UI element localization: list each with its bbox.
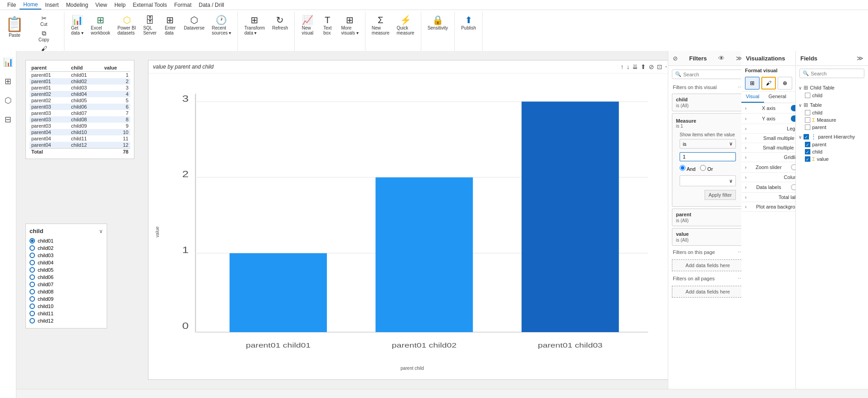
dataverse-icon: ⬡ xyxy=(190,15,198,25)
filters-header: ⊘ Filters 👁 ≫ xyxy=(668,51,747,66)
filter-chart-icon[interactable]: ⊘ xyxy=(649,63,654,67)
transform-label: Transformdata ▾ xyxy=(244,25,265,35)
sql-server-button[interactable]: 🗄 SQLServer xyxy=(140,14,159,37)
viz-title: Visualizations xyxy=(746,55,785,62)
sensitivity-label: Sensitivity xyxy=(428,25,448,30)
new-measure-button[interactable]: Σ Newmeasure xyxy=(369,14,392,37)
copy-label: Copy xyxy=(39,37,49,42)
menu-data-drill[interactable]: Data / Drill xyxy=(195,1,228,9)
menu-view[interactable]: View xyxy=(92,1,111,9)
new-visual-button[interactable]: 📈 Newvisual xyxy=(298,14,316,37)
chart-header: value by parent and child ↑ ↓ ⇊ ⬆ ⊘ ⊡ ⋯ xyxy=(148,60,676,67)
chart-actions: ↑ ↓ ⇊ ⬆ ⊘ ⊡ ⋯ xyxy=(621,63,671,67)
more-visuals-button[interactable]: ⊞ Morevisuals ▾ xyxy=(338,14,361,37)
drill-down-icon[interactable]: ↓ xyxy=(626,63,630,67)
refresh-icon: ↻ xyxy=(276,15,284,25)
filters-visibility-icon[interactable]: 👁 xyxy=(718,55,725,62)
refresh-label: Refresh xyxy=(272,25,288,30)
more-visuals-icon: ⊞ xyxy=(346,15,354,25)
sql-label: SQLServer xyxy=(143,25,156,35)
main-area: parent child value parent01child011paren… xyxy=(16,51,686,67)
fields-panel: Fields ≫ 🔍 ∨ ⊞ Child Table child xyxy=(795,51,868,67)
table-visual[interactable]: parent child value parent01child011paren… xyxy=(25,60,134,67)
col-value: value xyxy=(102,64,130,67)
report-view-icon[interactable]: 📊 xyxy=(0,55,16,67)
recent-sources-button[interactable]: 🕐 Recentsources ▾ xyxy=(209,14,234,37)
transform-icon: ⊞ xyxy=(251,15,258,25)
power-bi-icon: ⬡ xyxy=(123,15,131,25)
col-child: child xyxy=(69,64,103,67)
recent-sources-label: Recentsources ▾ xyxy=(212,25,231,35)
next-level-icon[interactable]: ⇊ xyxy=(632,63,638,67)
filters-title: Filters xyxy=(689,55,707,62)
col-parent: parent xyxy=(30,64,69,67)
get-data-icon: 📊 xyxy=(72,15,83,25)
enter-data-button[interactable]: ⊞ Enterdata xyxy=(161,14,179,37)
sensitivity-button[interactable]: 🔒 Sensitivity xyxy=(425,14,451,32)
cut-label: Cut xyxy=(40,22,48,27)
refresh-button[interactable]: ↻ Refresh xyxy=(269,14,291,32)
canvas: parent child value parent01child011paren… xyxy=(16,51,686,67)
quick-measure-icon: ⚡ xyxy=(400,15,411,25)
fields-header: Fields ≫ xyxy=(796,51,868,66)
drill-up-icon[interactable]: ↑ xyxy=(621,63,624,67)
dataverse-button[interactable]: ⬡ Dataverse xyxy=(181,14,207,32)
quick-measure-button[interactable]: ⚡ Quickmeasure xyxy=(394,14,417,37)
filters-panel: ⊘ Filters 👁 ≫ 🔍 Filters on this visual ⋯… xyxy=(668,51,748,67)
power-bi-datasets-button[interactable]: ⬡ Power BIdatasets xyxy=(115,14,139,37)
power-bi-datasets-label: Power BIdatasets xyxy=(118,25,136,35)
excel-label: Excelworkbook xyxy=(91,25,110,35)
sensitivity-icon: 🔒 xyxy=(432,15,444,25)
cut-button[interactable]: ✂ Cut xyxy=(27,14,60,28)
cut-icon: ✂ xyxy=(41,15,47,22)
copy-icon: ⧉ xyxy=(42,30,46,37)
excel-icon: ⊞ xyxy=(97,15,104,25)
text-box-label: Textbox xyxy=(323,25,331,35)
excel-workbook-button[interactable]: ⊞ Excelworkbook xyxy=(88,14,113,37)
focus-mode-icon[interactable]: ⊡ xyxy=(657,63,662,67)
quick-measure-label: Quickmeasure xyxy=(397,25,414,35)
fields-expand-icon[interactable]: ≫ xyxy=(857,55,863,62)
dataverse-label: Dataverse xyxy=(184,25,205,30)
chart-title: value by parent and child xyxy=(153,64,213,67)
paste-icon: 📋 xyxy=(5,15,24,33)
new-visual-icon: 📈 xyxy=(302,15,313,25)
menu-home[interactable]: Home xyxy=(20,0,41,10)
get-data-label: Getdata ▾ xyxy=(71,25,83,35)
new-measure-icon: Σ xyxy=(378,15,383,25)
enter-data-icon: ⊞ xyxy=(166,15,174,25)
publish-label: Publish xyxy=(461,25,476,30)
menu-format[interactable]: Format xyxy=(171,1,195,9)
data-table: parent child value parent01child011paren… xyxy=(30,64,130,67)
paste-label: Paste xyxy=(9,33,20,38)
menu-bar: File Home Insert Modeling View Help Exte… xyxy=(0,0,868,10)
new-measure-label: Newmeasure xyxy=(372,25,390,35)
menu-file[interactable]: File xyxy=(4,1,20,9)
paste-button[interactable]: 📋 Paste xyxy=(4,14,25,40)
expand-all-icon[interactable]: ⬆ xyxy=(641,63,646,67)
filter-funnel-icon: ⊘ xyxy=(673,55,678,62)
right-panels: ⊘ Filters 👁 ≫ 🔍 Filters on this visual ⋯… xyxy=(686,51,868,67)
text-box-button[interactable]: T Textbox xyxy=(318,14,336,37)
fields-title: Fields xyxy=(800,55,818,62)
copy-button[interactable]: ⧉ Copy xyxy=(27,29,60,43)
left-sidebar: 📊 ⊞ ⬡ ⊟ xyxy=(0,51,16,67)
recent-sources-icon: 🕐 xyxy=(216,15,227,25)
publish-button[interactable]: ⬆ Publish xyxy=(459,14,479,32)
enter-data-label: Enterdata xyxy=(165,25,176,35)
menu-external-tools[interactable]: External Tools xyxy=(129,1,171,9)
get-data-button[interactable]: 📊 Getdata ▾ xyxy=(68,14,86,37)
menu-insert[interactable]: Insert xyxy=(41,1,62,9)
new-visual-label: Newvisual xyxy=(302,25,314,35)
chart-visual: value by parent and child ↑ ↓ ⇊ ⬆ ⊘ ⊡ ⋯ … xyxy=(148,60,676,67)
transform-data-button[interactable]: ⊞ Transformdata ▾ xyxy=(242,14,267,37)
menu-modeling[interactable]: Modeling xyxy=(62,1,92,9)
menu-help[interactable]: Help xyxy=(111,1,129,9)
more-visuals-label: Morevisuals ▾ xyxy=(341,25,358,35)
text-box-icon: T xyxy=(325,15,330,25)
publish-icon: ⬆ xyxy=(465,15,473,25)
sql-icon: 🗄 xyxy=(145,15,154,25)
